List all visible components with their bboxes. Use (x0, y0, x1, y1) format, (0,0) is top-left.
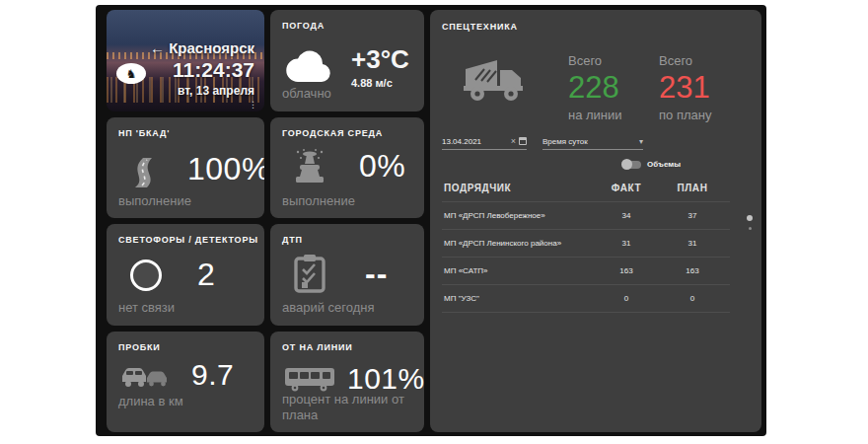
date-value[interactable]: 13.04.2021 (442, 137, 511, 146)
table-row: МП «САТП» 163 163 (442, 257, 730, 284)
plan-value: 163 (657, 266, 728, 275)
toggle-knob[interactable] (621, 159, 632, 170)
plan-value: 31 (657, 239, 728, 248)
panel-title: СПЕЦТЕХНИКА (442, 22, 750, 32)
bus-icon (282, 365, 337, 393)
weather-card[interactable]: ПОГОДА +3°C 4.88 м/с облачно (270, 10, 424, 111)
wind-speed: 4.88 м/с (351, 77, 409, 89)
table-row: МП «ДРСП Левобережное» 34 37 (442, 201, 730, 229)
checklist-clipboard-icon (282, 253, 337, 294)
dtp-label: аварий сегодня (282, 300, 375, 316)
circle-status-icon (118, 259, 174, 291)
stat-caption: Всего (659, 53, 730, 68)
on-line-stat: Всего 228 на линии (568, 53, 639, 122)
traffic-label: длина в км (118, 394, 253, 408)
chevron-down-icon[interactable]: ▾ (639, 137, 643, 146)
contractor-name: МП «САТП» (444, 266, 596, 275)
lights-card[interactable]: СВЕТОФОРЫ / ДЕТЕКТОРЫ 2 нет связи (107, 224, 264, 326)
page-dot-active[interactable] (747, 215, 753, 221)
fact-value: 34 (596, 211, 657, 220)
clear-date-icon[interactable]: × (511, 136, 516, 146)
transit-card[interactable]: ОТ НА ЛИНИИ 101% процент на линии от пла… (270, 332, 424, 433)
transit-label: процент на линии от плана (282, 392, 410, 424)
machinery-panel: СПЕЦТЕХНИКА Всего 228 на линии Всего (430, 10, 761, 432)
city-name[interactable]: ← Красноярск (150, 39, 254, 56)
contractor-name: МП «ДРСП Левобережное» (444, 211, 596, 220)
dtp-value: -- (365, 256, 388, 292)
period-value[interactable]: Время суток (542, 137, 639, 146)
plan-value: 0 (657, 294, 728, 303)
urban-card[interactable]: ГОРОДСКАЯ СРЕДА 0% выполнение (270, 117, 424, 219)
planned-stat: Всего 231 по плану (659, 53, 730, 122)
table-row: МП "УЗС" 0 0 (442, 284, 730, 313)
clock: 11:24:37 (173, 58, 254, 82)
contractors-table: ПОДРЯДЧИК ФАКТ ПЛАН МП «ДРСП Левобережно… (442, 175, 730, 313)
date-input[interactable]: 13.04.2021 × (442, 136, 527, 150)
table-row: МП «ДРСП Ленинского района» 31 31 (442, 229, 730, 257)
fact-value: 31 (596, 239, 657, 248)
card-title: ОТ НА ЛИНИИ (282, 342, 412, 352)
card-title: ПОГОДА (282, 21, 412, 31)
urban-label: выполнение (282, 193, 355, 209)
traffic-card[interactable]: ПРОБКИ 9.7 длина в км (107, 332, 264, 433)
temperature: +3°C (351, 44, 409, 75)
krasnoyarsk-emblem-icon: ♞ (116, 63, 146, 84)
card-menu-icon[interactable]: ⋮ (249, 100, 257, 110)
card-title: СВЕТОФОРЫ / ДЕТЕКТОРЫ (118, 235, 253, 245)
fact-value: 163 (596, 266, 657, 275)
volumes-toggle-label: Объемы (647, 160, 681, 169)
volumes-toggle[interactable] (622, 161, 641, 169)
traffic-jam-icon (118, 360, 174, 390)
dtp-card[interactable]: ДТП -- аварий сегодня (270, 224, 424, 326)
col-contractor: ПОДРЯДЧИК (444, 183, 596, 193)
card-title: ГОРОДСКАЯ СРЕДА (282, 128, 412, 138)
garbage-truck-icon (458, 53, 535, 109)
calendar-icon[interactable] (519, 137, 527, 145)
card-title: НП 'БКАД' (118, 128, 253, 138)
bkad-value: 100% (187, 151, 264, 187)
bkad-label: выполнение (118, 193, 191, 209)
col-plan: ПЛАН (657, 183, 728, 193)
fact-value: 0 (596, 294, 657, 303)
urban-value: 0% (359, 148, 405, 185)
stat-label: на линии (568, 108, 639, 122)
cloud-icon (282, 49, 337, 85)
traffic-value: 9.7 (191, 358, 234, 392)
card-title: ПРОБКИ (118, 342, 253, 352)
stat-label: по плану (659, 108, 730, 122)
weather-condition: облачно (282, 86, 331, 102)
volumes-toggle-row: Объемы (442, 160, 681, 169)
stat-caption: Всего (568, 53, 639, 68)
page-dot[interactable] (749, 227, 752, 230)
period-select[interactable]: Время суток ▾ (542, 137, 643, 150)
contractor-name: МП «ДРСП Ленинского района» (444, 239, 596, 248)
road-icon (118, 150, 174, 189)
lights-value: 2 (197, 257, 215, 293)
on-line-value: 228 (568, 70, 639, 106)
dashboard: ← Красноярск 11:24:37 вт, 13 апреля ♞ ⋮ … (96, 5, 766, 436)
plan-value: 37 (657, 211, 728, 220)
bkad-card[interactable]: НП 'БКАД' 100% выполнение (107, 117, 264, 219)
back-arrow-icon[interactable]: ← (150, 39, 165, 56)
page-indicator[interactable] (747, 215, 753, 230)
fountain-icon (282, 146, 337, 187)
transit-value: 101% (347, 362, 424, 396)
contractor-name: МП "УЗС" (444, 294, 596, 303)
col-fact: ФАКТ (596, 183, 657, 193)
lights-label: нет связи (118, 300, 175, 316)
city-card[interactable]: ← Красноярск 11:24:37 вт, 13 апреля ♞ ⋮ (107, 10, 264, 111)
planned-value: 231 (659, 70, 730, 106)
date-label: вт, 13 апреля (178, 84, 254, 98)
card-title: ДТП (282, 235, 412, 245)
table-header: ПОДРЯДЧИК ФАКТ ПЛАН (442, 175, 730, 201)
